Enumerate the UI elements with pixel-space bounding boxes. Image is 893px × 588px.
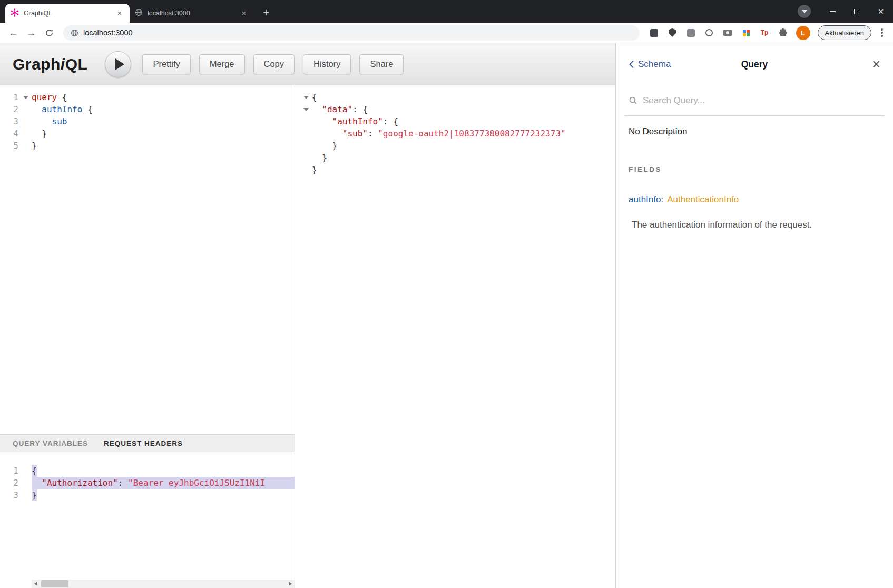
fold-gutter bbox=[20, 489, 32, 501]
browser-update-indicator-icon[interactable] bbox=[798, 5, 811, 18]
line-number: 4 bbox=[0, 128, 20, 140]
doc-close-icon[interactable]: × bbox=[872, 57, 880, 72]
address-url: localhost:3000 bbox=[83, 28, 133, 37]
share-button[interactable]: Share bbox=[359, 54, 404, 74]
copy-button[interactable]: Copy bbox=[253, 54, 295, 74]
graphiql-app: GraphiQL Prettify Merge Copy History Sha… bbox=[0, 43, 893, 588]
execute-query-button[interactable] bbox=[105, 51, 131, 77]
field-type-link[interactable]: AuthenticationInfo bbox=[667, 194, 739, 204]
address-bar[interactable]: localhost:3000 bbox=[63, 25, 640, 41]
doc-back-link[interactable]: Schema bbox=[629, 59, 671, 70]
code-text: "Authorization": "Bearer eyJhbGciOiJSUzI… bbox=[32, 477, 295, 489]
reload-button[interactable] bbox=[41, 25, 57, 41]
arrow-down-icon bbox=[802, 10, 807, 13]
line-number: 2 bbox=[0, 103, 20, 115]
graphiql-topbar: GraphiQL Prettify Merge Copy History Sha… bbox=[0, 43, 615, 85]
code-text: "data": { bbox=[312, 103, 368, 115]
field-description: The authentication information of the re… bbox=[632, 220, 880, 230]
tp-label: Tp bbox=[761, 29, 769, 36]
tab-strip: GraphiQL × localhost:3000 × + × bbox=[0, 0, 893, 23]
code-line: "sub": "google-oauth2|108377380082777232… bbox=[300, 128, 615, 140]
code-text: authInfo { bbox=[32, 103, 93, 115]
code-text: } bbox=[312, 140, 337, 152]
maximize-button[interactable] bbox=[845, 0, 869, 23]
site-info-globe-icon[interactable] bbox=[71, 29, 78, 37]
camera-extension-icon[interactable] bbox=[721, 26, 734, 40]
doc-content: No Description FIELDS authInfo:Authentic… bbox=[616, 116, 893, 230]
code-text: "authInfo": { bbox=[312, 115, 398, 128]
editor-panes: 1query {2 authInfo {3 sub4 }5} QUERY VAR… bbox=[0, 85, 615, 588]
history-button[interactable]: History bbox=[303, 54, 351, 74]
apps-grid-icon bbox=[743, 30, 750, 36]
minimize-icon bbox=[830, 11, 836, 12]
fold-arrow-icon[interactable] bbox=[300, 103, 312, 115]
extension-icon-3[interactable] bbox=[703, 26, 716, 40]
response-viewer[interactable]: { "data": { "authInfo": { "sub": "google… bbox=[295, 85, 615, 588]
prettify-button[interactable]: Prettify bbox=[142, 54, 190, 74]
fold-gutter bbox=[300, 140, 312, 152]
fields-heading: FIELDS bbox=[629, 165, 880, 173]
update-button[interactable]: Aktualisieren bbox=[818, 25, 871, 40]
browser-menu-button[interactable] bbox=[876, 28, 888, 37]
extension-icon-1[interactable] bbox=[647, 26, 661, 40]
code-text: query { bbox=[32, 91, 67, 103]
query-editor[interactable]: 1query {2 authInfo {3 sub4 }5} bbox=[0, 85, 295, 434]
fold-gutter bbox=[20, 477, 32, 489]
doc-search-box bbox=[624, 85, 885, 116]
field-row: authInfo:AuthenticationInfo bbox=[629, 194, 880, 205]
apps-extension-icon[interactable] bbox=[740, 26, 753, 40]
editor-column: 1query {2 authInfo {3 sub4 }5} QUERY VAR… bbox=[0, 85, 295, 588]
browser-window: GraphiQL × localhost:3000 × + × ← → bbox=[0, 0, 893, 588]
merge-button[interactable]: Merge bbox=[199, 54, 245, 74]
code-line: } bbox=[300, 152, 615, 164]
tab-graphiql[interactable]: GraphiQL × bbox=[5, 4, 130, 23]
code-line: } bbox=[300, 140, 615, 152]
tab-close-icon[interactable]: × bbox=[115, 8, 124, 18]
code-line: 4 } bbox=[0, 128, 295, 140]
fold-arrow-icon[interactable] bbox=[20, 91, 32, 103]
line-number: 5 bbox=[0, 140, 20, 152]
doc-explorer-panel: Schema Query × No Description FIELDS aut… bbox=[615, 43, 893, 588]
horizontal-scrollbar[interactable] bbox=[32, 580, 295, 588]
line-number: 2 bbox=[0, 477, 20, 489]
fold-gutter bbox=[20, 140, 32, 152]
shield-icon bbox=[669, 28, 676, 37]
code-line: 2 authInfo { bbox=[0, 103, 295, 115]
tp-extension-icon[interactable]: Tp bbox=[758, 26, 771, 40]
tab-title: localhost:3000 bbox=[148, 9, 234, 17]
profile-avatar[interactable]: L bbox=[796, 26, 810, 40]
doc-search-input[interactable] bbox=[643, 95, 880, 106]
code-line: 1{ bbox=[0, 465, 295, 477]
tab-request-headers[interactable]: REQUEST HEADERS bbox=[104, 439, 183, 447]
tab-query-variables[interactable]: QUERY VARIABLES bbox=[13, 439, 88, 447]
fold-arrow-icon[interactable] bbox=[300, 91, 312, 103]
minimize-button[interactable] bbox=[820, 0, 845, 23]
tab-close-icon[interactable]: × bbox=[239, 8, 249, 18]
forward-button[interactable]: → bbox=[23, 25, 39, 41]
back-button[interactable]: ← bbox=[5, 25, 21, 41]
extension-icon-2[interactable] bbox=[684, 26, 698, 40]
code-line: } bbox=[300, 164, 615, 176]
code-text: } bbox=[312, 152, 327, 164]
code-line: 3 sub bbox=[0, 115, 295, 128]
shield-extension-icon[interactable] bbox=[666, 26, 679, 40]
extensions-puzzle-button[interactable] bbox=[777, 26, 790, 40]
scroll-left-icon[interactable] bbox=[32, 580, 40, 588]
doc-explorer-header: Schema Query × bbox=[616, 43, 893, 85]
request-headers-editor[interactable]: 1{2 "Authorization": "Bearer eyJhbGciOiJ… bbox=[0, 452, 295, 501]
close-window-button[interactable]: × bbox=[869, 0, 893, 23]
camera-icon bbox=[723, 30, 732, 36]
line-number: 3 bbox=[0, 489, 20, 501]
fold-gutter bbox=[300, 152, 312, 164]
scrollbar-thumb[interactable] bbox=[41, 580, 68, 587]
field-separator: : bbox=[661, 194, 663, 204]
code-text: { bbox=[312, 91, 317, 103]
field-name-link[interactable]: authInfo bbox=[629, 194, 661, 204]
extension-glyph bbox=[687, 29, 695, 37]
scroll-right-icon[interactable] bbox=[286, 580, 295, 588]
browser-toolbar: ← → localhost:3000 Tp L Aktualisieren bbox=[0, 23, 893, 43]
type-description: No Description bbox=[629, 126, 880, 137]
puzzle-icon bbox=[779, 28, 788, 37]
tab-localhost[interactable]: localhost:3000 × bbox=[130, 4, 254, 23]
new-tab-button[interactable]: + bbox=[258, 5, 274, 21]
